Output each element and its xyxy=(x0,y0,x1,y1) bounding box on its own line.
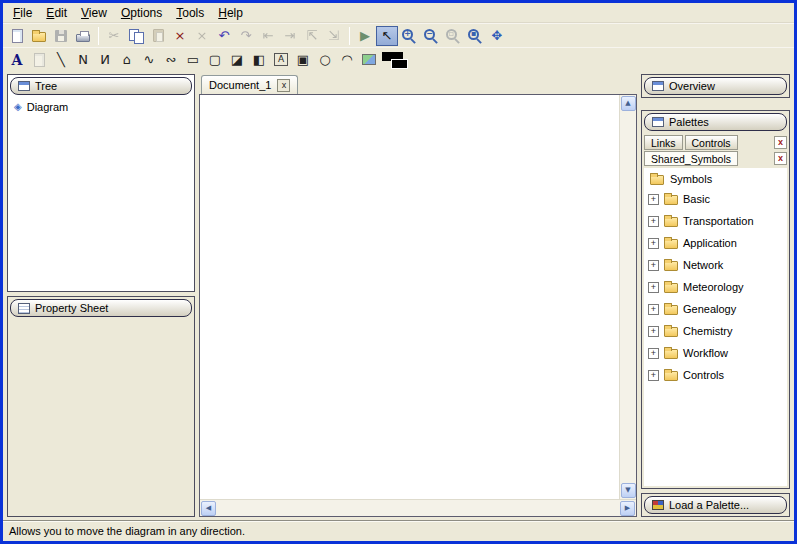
tree-item-diagram[interactable]: ◈ Diagram xyxy=(8,97,194,115)
menu-accelerator: H xyxy=(218,6,227,20)
symbols-root-item[interactable]: Symbols xyxy=(644,168,787,188)
toolbar-button[interactable]: ⇲ xyxy=(323,26,345,46)
toolbar-button[interactable]: ↖ xyxy=(376,26,398,46)
palettes-header[interactable]: Palettes xyxy=(644,113,787,131)
menu-item-tools[interactable]: Tools xyxy=(169,4,211,22)
zigzag-tool-icon: И xyxy=(100,53,110,66)
folder-icon xyxy=(664,261,678,271)
toolbar-button[interactable] xyxy=(50,26,72,46)
symbol-category-item[interactable]: + Transportation xyxy=(644,210,787,232)
toolbar-button[interactable]: ▣ xyxy=(292,50,314,70)
toolbar-button[interactable]: ↶ xyxy=(213,26,235,46)
toolbar-button[interactable]: ∿ xyxy=(138,50,160,70)
close-palette-icon[interactable]: x xyxy=(774,152,787,165)
palette-tab-controls[interactable]: Controls xyxy=(685,135,738,150)
tree-panel-header[interactable]: Tree xyxy=(10,77,192,95)
toolbar-button[interactable]: ○ xyxy=(314,50,336,70)
menubar: FileEditViewOptionsToolsHelp xyxy=(3,3,794,23)
toolbar-button[interactable]: + xyxy=(398,26,420,46)
diagram-tree: ◈ Diagram xyxy=(8,97,194,291)
toolbar-button[interactable]: ⌂ xyxy=(116,50,138,70)
folder-icon xyxy=(664,349,678,359)
toolbar-button[interactable]: ╲ xyxy=(50,50,72,70)
toolbar-button[interactable]: ⇤ xyxy=(257,26,279,46)
menu-item-view[interactable]: View xyxy=(74,4,114,22)
diagram-canvas[interactable] xyxy=(200,95,619,499)
toolbar-button[interactable]: ▢ xyxy=(204,50,226,70)
symbol-category-item[interactable]: + Meteorology xyxy=(644,276,787,298)
toolbar-button[interactable] xyxy=(125,26,147,46)
symbol-category-item[interactable]: + Workflow xyxy=(644,342,787,364)
expand-icon[interactable]: + xyxy=(648,326,659,337)
menu-item-file[interactable]: File xyxy=(6,4,39,22)
menu-item-help[interactable]: Help xyxy=(211,4,250,22)
menu-label: ools xyxy=(182,6,204,20)
toolbar-button[interactable]: × xyxy=(191,26,213,46)
scroll-down-icon[interactable]: ▼ xyxy=(621,483,636,498)
symbol-category-item[interactable]: + Network xyxy=(644,254,787,276)
toolbar-button[interactable]: ⇱ xyxy=(301,26,323,46)
toolbar-button[interactable]: ◪ xyxy=(226,50,248,70)
expand-icon[interactable]: + xyxy=(648,370,659,381)
expand-icon[interactable]: + xyxy=(648,194,659,205)
menu-label: iew xyxy=(89,6,107,20)
document-tab[interactable]: Document_1 x xyxy=(201,75,298,94)
toolbar-button[interactable]: И xyxy=(94,50,116,70)
right-column: Overview Palettes Links Controls x Share… xyxy=(641,74,790,517)
close-tab-icon[interactable]: x xyxy=(277,79,290,92)
toolbar-button[interactable]: ∾ xyxy=(160,50,182,70)
vertical-scrollbar[interactable]: ▲ ▼ xyxy=(619,95,636,499)
load-palette-button[interactable]: Load a Palette... xyxy=(644,496,787,514)
tree-panel-title: Tree xyxy=(35,80,57,92)
toolbar-button[interactable]: ✂ xyxy=(103,26,125,46)
folder-icon xyxy=(664,371,678,381)
menu-item-options[interactable]: Options xyxy=(114,4,169,22)
toolbar-button[interactable]: A xyxy=(6,50,28,70)
toolbar-button[interactable] xyxy=(358,50,380,70)
scroll-right-icon[interactable]: ▶ xyxy=(620,501,635,516)
symbol-category-item[interactable]: + Basic xyxy=(644,188,787,210)
ellipse-tool-icon: ○ xyxy=(319,53,330,66)
toolbar-button[interactable]: ▪ xyxy=(464,26,486,46)
toolbar-button[interactable]: N xyxy=(72,50,94,70)
toolbar-button[interactable] xyxy=(380,50,410,70)
symbol-category-label: Chemistry xyxy=(683,325,733,337)
toolbar-button[interactable]: A xyxy=(270,50,292,70)
paste-icon xyxy=(153,29,164,42)
palette-tab-shared-symbols[interactable]: Shared_Symbols xyxy=(644,151,738,166)
toolbar-button[interactable] xyxy=(28,50,50,70)
toolbar-button[interactable]: ▶ xyxy=(354,26,376,46)
scroll-left-icon[interactable]: ◀ xyxy=(201,501,216,516)
expand-icon[interactable]: + xyxy=(648,282,659,293)
toolbar-button[interactable]: ◧ xyxy=(248,50,270,70)
symbol-category-item[interactable]: + Controls xyxy=(644,364,787,386)
menu-item-edit[interactable]: Edit xyxy=(39,4,74,22)
expand-icon[interactable]: + xyxy=(648,260,659,271)
palette-tab-links[interactable]: Links xyxy=(644,135,683,150)
application-window: FileEditViewOptionsToolsHelp ✂ xyxy=(0,0,797,544)
symbol-category-item[interactable]: + Application xyxy=(644,232,787,254)
symbol-category-item[interactable]: + Chemistry xyxy=(644,320,787,342)
toolbar-button[interactable]: − xyxy=(420,26,442,46)
symbol-category-item[interactable]: + Genealogy xyxy=(644,298,787,320)
toolbar-button[interactable]: ↷ xyxy=(235,26,257,46)
toolbar-button[interactable]: ▭ xyxy=(182,50,204,70)
toolbar-button[interactable]: ⇥ xyxy=(279,26,301,46)
toolbar-button[interactable] xyxy=(6,26,28,46)
expand-icon[interactable]: + xyxy=(648,348,659,359)
toolbar-button[interactable]: ✥ xyxy=(486,26,508,46)
toolbar-button[interactable]: ▫ xyxy=(442,26,464,46)
toolbar-button[interactable]: × xyxy=(169,26,191,46)
toolbar-button[interactable] xyxy=(28,26,50,46)
horizontal-scrollbar[interactable]: ◀ ▶ xyxy=(200,499,636,516)
scroll-up-icon[interactable]: ▲ xyxy=(621,96,636,111)
expand-icon[interactable]: + xyxy=(648,238,659,249)
close-palette-icon[interactable]: x xyxy=(774,136,787,149)
toolbar-button[interactable] xyxy=(147,26,169,46)
overview-header[interactable]: Overview xyxy=(644,77,787,95)
expand-icon[interactable]: + xyxy=(648,216,659,227)
toolbar-button[interactable]: ◠ xyxy=(336,50,358,70)
toolbar-button[interactable] xyxy=(72,26,94,46)
property-sheet-header[interactable]: Property Sheet xyxy=(10,299,192,317)
expand-icon[interactable]: + xyxy=(648,304,659,315)
